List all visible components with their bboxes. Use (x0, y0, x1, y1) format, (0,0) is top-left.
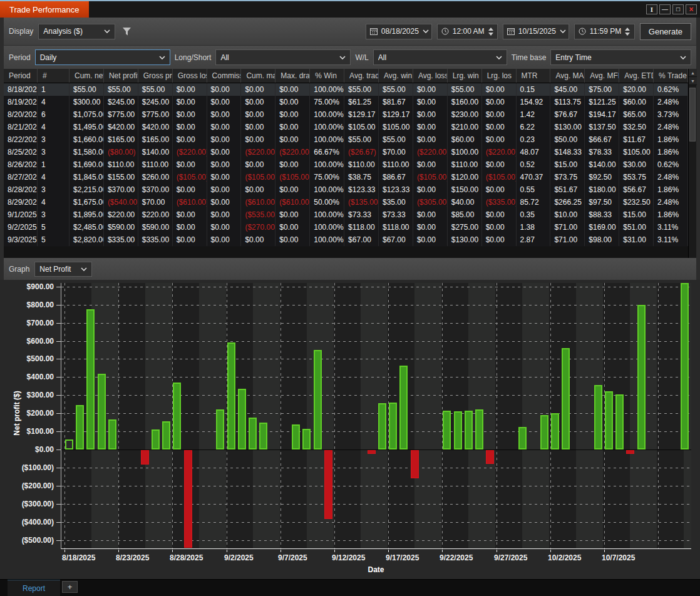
table-row[interactable]: 8/19/20254$300.00$245.00$245.00$0.00$0.0… (4, 96, 688, 108)
column-header[interactable]: MTR (517, 69, 551, 83)
bottom-tab-bar: Report + (0, 579, 700, 596)
table-cell: 3.73% (654, 108, 688, 121)
instrument-link-button[interactable]: I (646, 4, 657, 14)
table-cell: ($220.00) (241, 146, 275, 158)
display-label: Display (9, 27, 33, 36)
table-row[interactable]: 8/25/20253$1,580.00($80.00)$140.00($220.… (4, 146, 688, 158)
net-profit-bar (389, 403, 397, 450)
add-tab-button[interactable]: + (62, 581, 78, 593)
column-header[interactable]: Avg. MAE (550, 69, 585, 83)
table-cell: $1,075.00 (69, 108, 104, 121)
net-profit-bar (86, 309, 95, 450)
display-select[interactable]: Analysis ($) (38, 24, 115, 39)
table-row[interactable]: 9/1/20253$1,895.00$220.00$220.00$0.00$0.… (4, 208, 688, 221)
column-header[interactable]: Lrg. win (448, 69, 482, 83)
period-select[interactable]: Daily (35, 49, 170, 65)
table-row[interactable]: 8/21/20254$1,495.00$420.00$420.00$0.00$0… (4, 121, 688, 133)
net-profit-bar (249, 418, 257, 450)
table-cell: $0.00 (207, 96, 242, 108)
table-cell: 1 (38, 158, 69, 171)
table-row[interactable]: 8/20/20256$1,075.00$775.00$775.00$0.00$0… (4, 108, 688, 121)
wl-select[interactable]: All (373, 49, 507, 65)
main-toolbar: Display Analysis ($) 08/18/2025 12:00 AM… (4, 18, 696, 45)
table-row[interactable]: 8/28/20253$2,215.00$370.00$370.00$0.00$0… (4, 183, 688, 196)
table-cell: $73.75 (550, 171, 585, 183)
end-time-picker[interactable]: 11:59 PM (574, 24, 635, 39)
chevron-down-icon (104, 29, 110, 33)
table-row[interactable]: 8/26/20251$1,690.00$110.00$110.00$0.00$0… (4, 158, 688, 171)
table-cell: $165.00 (104, 133, 138, 146)
table-cell: 5 (38, 234, 69, 246)
graph-metric-select[interactable]: Net Profit (34, 262, 92, 277)
titlebar-drag-area[interactable] (89, 1, 646, 18)
maximize-button[interactable]: □ (672, 4, 684, 14)
table-cell: $38.75 (344, 171, 379, 183)
table-cell: $0.00 (207, 221, 242, 234)
table-row[interactable]: 8/27/20254$1,845.00$155.00$260.00($105.0… (4, 171, 688, 183)
table-cell: 3.11% (654, 221, 688, 234)
table-cell: 9/2/2025 (4, 221, 38, 234)
minimize-button[interactable]: — (659, 4, 671, 14)
table-cell: $0.00 (413, 221, 448, 234)
scroll-up-icon[interactable]: ▲ (689, 69, 697, 77)
table-row[interactable]: 8/22/20253$1,660.00$165.00$165.00$0.00$0… (4, 133, 688, 146)
tab-report[interactable]: Report (8, 580, 60, 596)
column-header[interactable]: % Trade efficiency (654, 69, 688, 83)
column-header[interactable]: Avg. win (379, 69, 413, 83)
generate-button[interactable]: Generate (640, 23, 691, 40)
column-header[interactable]: Lrg. los (482, 69, 517, 83)
time-spinner[interactable] (625, 28, 630, 36)
column-header[interactable]: Avg. trade (344, 69, 379, 83)
table-cell: $2,215.00 (69, 183, 104, 196)
column-header[interactable]: Gross profit (138, 69, 173, 83)
table-cell: $160.00 (448, 96, 482, 108)
table-row[interactable]: 9/3/20255$2,820.00$335.00$335.00$0.00$0.… (4, 234, 688, 246)
table-cell: $70.00 (379, 146, 413, 158)
x-tick-label: 9/2/2025 (224, 553, 254, 562)
time-spinner[interactable] (488, 28, 493, 36)
table-cell: $0.00 (413, 108, 448, 121)
table-cell: $0.00 (275, 96, 310, 108)
scrollbar-thumb[interactable] (689, 88, 696, 141)
gridline-horizontal (61, 468, 691, 468)
end-date-picker[interactable]: 10/15/2025 (503, 24, 569, 39)
scroll-down-icon[interactable]: ▼ (689, 77, 697, 85)
table-cell: 4 (38, 121, 69, 133)
close-button[interactable]: × (686, 4, 697, 14)
column-header[interactable]: % Win (310, 69, 344, 83)
timebase-select[interactable]: Entry Time (550, 49, 691, 65)
column-header[interactable]: Avg. ETD (619, 69, 654, 83)
net-profit-bar (486, 450, 494, 464)
filter-icon[interactable] (120, 28, 134, 36)
x-tick-mark (172, 550, 173, 552)
column-header[interactable]: Avg. loss (413, 69, 448, 83)
column-header[interactable]: Gross loss (173, 69, 207, 83)
column-header[interactable]: Cum. max. drawdown (241, 69, 275, 83)
column-header[interactable]: Cum. net profit (69, 69, 104, 83)
column-header[interactable]: Avg. MFE (585, 69, 619, 83)
column-header[interactable]: Net profit (104, 69, 138, 83)
longshort-select[interactable]: All (215, 49, 351, 65)
table-cell: $0.00 (275, 133, 310, 146)
table-row[interactable]: 8/29/20254$1,675.00($540.00)$70.00($610.… (4, 196, 688, 208)
table-cell: ($105.00) (241, 171, 275, 183)
table-cell: 1.38 (517, 221, 551, 234)
table-empty-area (4, 247, 688, 258)
table-cell: $118.00 (344, 221, 379, 234)
column-header[interactable]: Period (4, 69, 38, 83)
table-cell: $0.00 (241, 96, 275, 108)
column-header[interactable]: # (38, 69, 69, 83)
table-row[interactable]: 9/2/20255$2,485.00$590.00$590.00$0.00$0.… (4, 221, 688, 234)
column-header[interactable]: Commission (207, 69, 242, 83)
column-header[interactable]: Max. drawdown (275, 69, 310, 83)
table-cell: $0.00 (275, 208, 310, 221)
start-date-picker[interactable]: 08/18/2025 (366, 24, 432, 39)
y-tick-label: ($300.00) (0, 500, 54, 508)
table-cell: $67.00 (344, 234, 379, 246)
table-scrollbar[interactable]: ▲ ▼ (688, 69, 696, 258)
start-time-picker[interactable]: 12:00 AM (437, 24, 498, 39)
table-cell: $0.00 (241, 183, 275, 196)
gridline-horizontal (61, 323, 691, 324)
table-row[interactable]: 8/18/20251$55.00$55.00$55.00$0.00$0.00$0… (4, 83, 688, 96)
table-cell: $55.00 (448, 83, 482, 96)
